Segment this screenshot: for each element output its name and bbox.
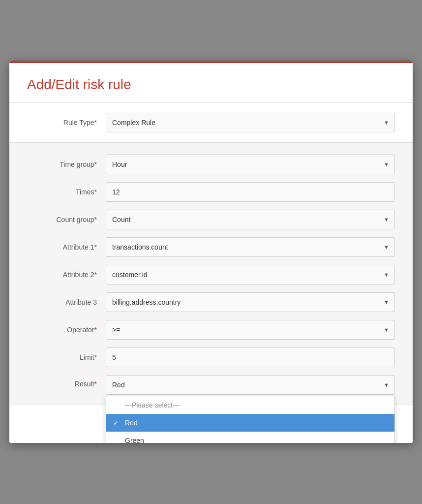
- attribute3-select[interactable]: billing.address.country billing.address.…: [106, 292, 395, 312]
- attribute3-label: Attribute 3: [27, 298, 106, 306]
- times-label: Times*: [27, 188, 106, 196]
- attribute3-select-wrapper[interactable]: billing.address.country billing.address.…: [106, 292, 395, 312]
- times-row: Times*: [27, 182, 395, 202]
- operator-select[interactable]: >= <= = > <: [106, 320, 395, 340]
- attribute3-row: Attribute 3 billing.address.country bill…: [27, 292, 395, 312]
- modal-container: Add/Edit risk rule Rule Type* Complex Ru…: [9, 61, 413, 443]
- count-group-row: Count group* Count Sum: [27, 210, 395, 229]
- attribute1-select-wrapper[interactable]: transactions.count transactions.amount: [106, 237, 395, 257]
- result-dropdown-menu: ---Please select--- ✓ Red Green: [106, 396, 395, 443]
- times-input[interactable]: [106, 182, 395, 202]
- result-option-green[interactable]: Green: [106, 432, 394, 443]
- count-group-select-wrapper[interactable]: Count Sum: [106, 210, 395, 229]
- count-group-select[interactable]: Count Sum: [106, 210, 395, 229]
- result-row: Result* Red ---Please select--- ✓ Red: [27, 375, 395, 395]
- attribute1-row: Attribute 1* transactions.count transact…: [27, 237, 395, 257]
- time-group-row: Time group* Hour Day Week: [27, 155, 395, 174]
- result-label: Result*: [27, 375, 106, 388]
- result-green-label: Green: [125, 437, 144, 443]
- result-placeholder-text: ---Please select---: [125, 401, 180, 409]
- attribute2-select-wrapper[interactable]: customer.id customer.email: [106, 265, 395, 284]
- time-group-select[interactable]: Hour Day Week: [106, 155, 395, 174]
- limit-row: Limit*: [27, 347, 395, 367]
- count-group-label: Count group*: [27, 216, 106, 223]
- modal-body: Time group* Hour Day Week Times* Count g…: [9, 143, 413, 405]
- rule-type-select[interactable]: Complex Rule Simple Rule: [106, 113, 395, 132]
- rule-type-row: Rule Type* Complex Rule Simple Rule: [27, 113, 395, 132]
- operator-row: Operator* >= <= = > <: [27, 320, 395, 340]
- modal-header: Add/Edit risk rule: [9, 61, 413, 103]
- operator-select-wrapper[interactable]: >= <= = > <: [106, 320, 395, 340]
- attribute1-label: Attribute 1*: [27, 243, 106, 251]
- limit-input[interactable]: [106, 347, 395, 367]
- time-group-select-wrapper[interactable]: Hour Day Week: [106, 155, 395, 174]
- modal-title: Add/Edit risk rule: [27, 77, 395, 93]
- result-dropdown-display[interactable]: Red: [106, 375, 395, 395]
- limit-label: Limit*: [27, 353, 106, 361]
- attribute1-select[interactable]: transactions.count transactions.amount: [106, 237, 395, 257]
- rule-type-section: Rule Type* Complex Rule Simple Rule: [9, 103, 413, 143]
- rule-type-label: Rule Type*: [27, 119, 106, 126]
- result-red-label: Red: [125, 419, 138, 427]
- rule-type-select-wrapper[interactable]: Complex Rule Simple Rule: [106, 113, 395, 132]
- result-option-placeholder[interactable]: ---Please select---: [106, 396, 394, 414]
- result-selected-value: Red: [112, 381, 125, 389]
- operator-label: Operator*: [27, 326, 106, 334]
- attribute2-label: Attribute 2*: [27, 271, 106, 279]
- attribute2-select[interactable]: customer.id customer.email: [106, 265, 395, 284]
- result-dropdown-container[interactable]: Red ---Please select--- ✓ Red Green: [106, 375, 395, 395]
- attribute2-row: Attribute 2* customer.id customer.email: [27, 265, 395, 284]
- time-group-label: Time group*: [27, 160, 106, 168]
- result-option-red[interactable]: ✓ Red: [106, 414, 394, 432]
- checkmark-icon: ✓: [113, 419, 121, 427]
